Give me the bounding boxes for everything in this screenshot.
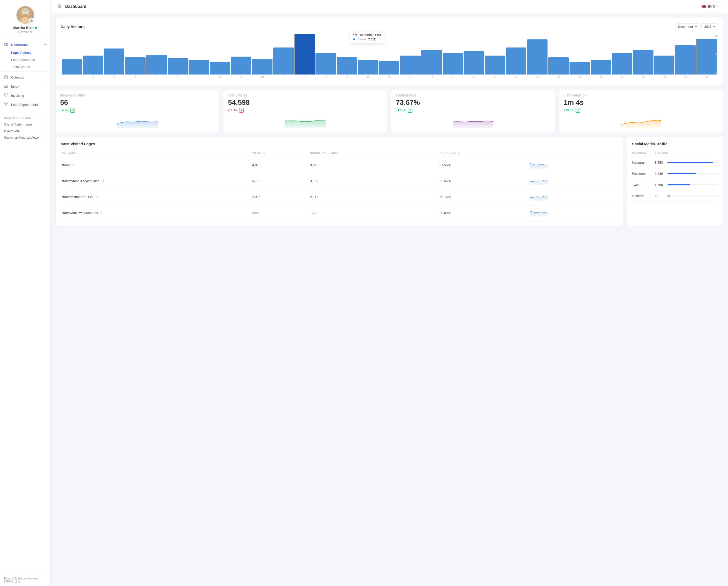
x-label-21: 21 xyxy=(485,76,505,78)
sidebar-item-page-visitors[interactable]: Page Visitors xyxy=(0,49,50,56)
bar-25[interactable] xyxy=(570,62,590,75)
bar-7[interactable] xyxy=(189,60,209,75)
x-label-31: 31 xyxy=(696,76,717,78)
bar-21[interactable] xyxy=(485,56,505,75)
bar-16[interactable] xyxy=(379,61,400,75)
bar-10[interactable] xyxy=(252,59,273,75)
invoicing-icon xyxy=(4,93,8,98)
trend-chart xyxy=(529,192,549,201)
bar-20[interactable] xyxy=(463,51,484,75)
bar-chart xyxy=(61,34,718,75)
bar-14[interactable] xyxy=(337,57,357,75)
bar-26[interactable] xyxy=(591,60,611,75)
year-select[interactable]: 2018 2017 2016 xyxy=(701,23,718,30)
svg-point-4 xyxy=(22,8,29,12)
col-bounce: BOUNCE RATE xyxy=(440,150,529,157)
recent-item-1[interactable]: Invoice #940 → xyxy=(4,128,46,134)
table-row: /store/dashboard-ui-kit ↗ 2,985 2,115 58… xyxy=(61,189,618,205)
x-label-22: 22 xyxy=(506,76,527,78)
x-label-7: 7 xyxy=(189,76,209,78)
x-label-15: 15 xyxy=(358,76,378,78)
month-select[interactable]: December November October xyxy=(675,23,699,30)
sidebar-item-lab[interactable]: Lab / Experimental xyxy=(0,100,50,109)
bar-30[interactable] xyxy=(675,45,696,75)
sidebar-item-calendar-label: Calendar xyxy=(11,76,25,79)
sidebar-item-post-performance[interactable]: Post Performance xyxy=(0,56,50,63)
x-label-4: 4 xyxy=(125,76,146,78)
bar-12[interactable] xyxy=(295,34,315,75)
sidebar-item-team-overall[interactable]: Team Overall xyxy=(0,63,50,71)
bar-13[interactable] xyxy=(316,53,336,75)
sidebar-item-dashboard[interactable]: Dashboard xyxy=(0,40,50,49)
sidebar-item-lab-label: Lab / Experimental xyxy=(11,103,39,107)
bar-22[interactable] xyxy=(506,48,527,75)
cell-unique: 3,182 xyxy=(310,173,440,189)
stat-change-text-realtime: +9.8% xyxy=(60,109,69,112)
recent-item-2[interactable]: Customer: Minerva Viewer → xyxy=(4,134,46,141)
stat-card-visit-duration: VISIT DURATION 1m 4s +19.6% ↗ xyxy=(559,90,723,133)
bar-28[interactable] xyxy=(633,50,653,75)
topbar-left: Dashboard xyxy=(57,4,86,9)
bar-8[interactable] xyxy=(210,62,230,75)
home-icon[interactable] xyxy=(57,4,61,9)
main-content: Dashboard 🇬🇧 ENG ▼ Daily Visitors Decemb… xyxy=(51,0,728,586)
bar-2[interactable] xyxy=(83,56,103,75)
social-col-network: NETWORK xyxy=(632,150,655,157)
lang-label: ENG xyxy=(708,4,715,8)
x-label-27: 27 xyxy=(612,76,632,78)
stat-value-total-visits: 54,598 xyxy=(228,99,383,107)
bar-24[interactable] xyxy=(548,57,569,75)
sidebar-item-inbox[interactable]: Inbox ··· xyxy=(0,82,50,91)
bar-4[interactable] xyxy=(125,57,146,75)
bar-23[interactable] xyxy=(527,39,548,75)
col-unique: UNIQUE PAGE VISITS xyxy=(310,150,440,157)
bar-6[interactable] xyxy=(168,58,188,75)
ext-link-icon[interactable]: ↗ xyxy=(95,195,98,199)
ext-link-icon[interactable]: ↗ xyxy=(101,179,104,183)
recent-item-0[interactable]: Overall Performance → xyxy=(4,121,46,128)
bar-17[interactable] xyxy=(400,56,421,75)
x-label-1: 1 xyxy=(62,76,82,78)
sidebar-item-calendar[interactable]: Calendar xyxy=(0,73,50,82)
topbar: Dashboard 🇬🇧 ENG ▼ xyxy=(51,0,728,13)
gear-icon[interactable] xyxy=(29,18,34,24)
x-label-28: 28 xyxy=(633,76,653,78)
stat-change-icon-realtime: ↗ xyxy=(70,108,75,113)
bar-11[interactable] xyxy=(273,48,294,75)
chart-filters: December November October 2018 2017 2016 xyxy=(675,23,718,30)
svg-rect-9 xyxy=(4,45,6,46)
bar-5[interactable] xyxy=(146,55,167,75)
cell-unique: 1,789 xyxy=(310,205,440,221)
x-label-29: 29 xyxy=(654,76,675,78)
bar-31[interactable] xyxy=(696,38,717,75)
bar-27[interactable] xyxy=(612,53,632,75)
most-visited-card: Most Visited Pages PAGE NAME VISITORS UN… xyxy=(56,137,623,226)
bar-15[interactable] xyxy=(358,60,378,75)
bar-9[interactable] xyxy=(231,57,252,75)
sidebar-item-invoicing-label: Invoicing xyxy=(11,94,24,98)
bar-3[interactable] xyxy=(104,49,124,75)
progress-bar-bg xyxy=(667,162,718,163)
cell-trend xyxy=(529,157,618,173)
bar-18[interactable] xyxy=(421,50,442,75)
bar-29[interactable] xyxy=(654,56,675,75)
stat-label-visit-duration: VISIT DURATION xyxy=(564,94,719,97)
stat-change-text-total-visits: -11.9% xyxy=(228,109,237,112)
cell-bounce: 39.59% xyxy=(440,205,529,221)
social-title: Social Media Traffic xyxy=(632,142,718,146)
language-selector[interactable]: 🇬🇧 ENG ▼ xyxy=(699,2,722,10)
stat-label-total-visits: TOTAL VISITS xyxy=(228,94,383,97)
progress-bar-fill xyxy=(667,173,696,174)
social-visitors-count: 1,795 xyxy=(655,179,667,190)
cell-visitors: 4,890 xyxy=(252,157,310,173)
social-bar-cell xyxy=(667,179,718,190)
nav-divider-1 xyxy=(0,72,50,72)
stat-value-realtime: 56 xyxy=(60,99,215,107)
stat-change-visit-duration: +19.6% ↗ xyxy=(564,108,719,113)
sidebar-item-invoicing[interactable]: Invoicing xyxy=(0,91,50,100)
ext-link-icon[interactable]: ↗ xyxy=(72,163,75,167)
col-visitors: VISITORS xyxy=(252,150,310,157)
bar-1[interactable] xyxy=(62,59,82,75)
bar-19[interactable] xyxy=(443,53,463,75)
ext-link-icon[interactable]: ↗ xyxy=(100,211,103,215)
